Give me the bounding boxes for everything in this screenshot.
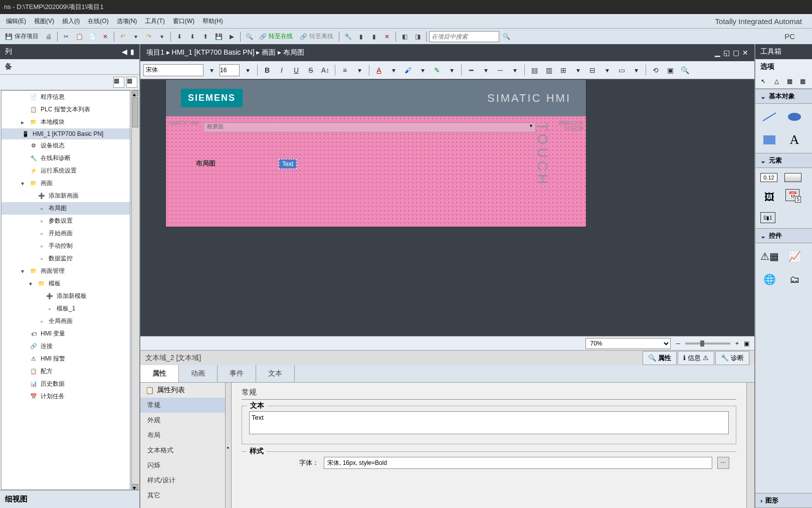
trend-view-tool[interactable]: 📈 (785, 248, 803, 264)
menu-online[interactable]: 在线(O) (84, 15, 112, 28)
text-field-object[interactable]: Text (279, 159, 297, 169)
text-input[interactable]: Text (249, 411, 729, 434)
tree-item[interactable]: ▫数据监控 (2, 252, 130, 265)
cat-style[interactable]: 样式/设计 (140, 473, 225, 488)
screen-dropdown[interactable]: 根屏面▾ (204, 122, 536, 132)
tree-item[interactable]: ▫模板_1 (2, 302, 130, 315)
tree-item[interactable]: ⚙设备组态 (2, 139, 130, 152)
rect-tool[interactable] (760, 132, 778, 148)
tree-item[interactable]: 📋PLC 报警文本列表 (2, 103, 130, 116)
props-tab-properties[interactable]: 🔍 属性 (643, 351, 677, 365)
menu-view[interactable]: 视图(V) (30, 15, 58, 28)
tree-item[interactable]: 🔧在线和诊断 (2, 152, 130, 164)
split-v-icon[interactable]: ◨ (412, 31, 424, 43)
recipe-view-tool[interactable]: 🗂 (785, 271, 803, 287)
props-tab-info[interactable]: ℹ 信息 ⚠ (678, 351, 714, 365)
bold-icon[interactable]: B (261, 64, 274, 77)
tree-item[interactable]: 📱HMI_1 [KTP700 Basic PN] (2, 128, 130, 139)
menu-help[interactable]: 帮助(H) (198, 15, 227, 28)
go-offline-button[interactable]: 🔗 转至离线 (297, 31, 336, 43)
cat-flash[interactable]: 闪烁 (140, 458, 225, 473)
copy-icon[interactable]: 📋 (73, 31, 85, 43)
tree-item[interactable]: ➕添加新画面 (2, 190, 130, 202)
fillcolor-drop-icon[interactable]: ▾ (416, 64, 429, 77)
zoom-icon[interactable]: 🔍 (678, 64, 691, 77)
tree-item[interactable]: ▸📁本地模块 (2, 116, 130, 128)
canvas-area[interactable]: SIEMENS SIMATIC HMI SIMATIC HMI 根屏面▾ 200… (140, 79, 754, 336)
linecolor-icon[interactable]: ✎ (431, 64, 444, 77)
alarm-view-tool[interactable]: ⚠▦ (760, 248, 778, 264)
tree-item[interactable]: 📊历史数据 (2, 378, 130, 390)
subtab-properties[interactable]: 属性 (140, 365, 179, 382)
fontcolor-icon[interactable]: A (372, 64, 385, 77)
print-icon[interactable]: 🖨 (43, 31, 55, 43)
distribute-drop-icon[interactable]: ▾ (600, 64, 614, 77)
redo-drop-icon[interactable]: ▾ (156, 31, 168, 43)
layer-front-icon[interactable]: ▤ (528, 64, 541, 77)
strike-icon[interactable]: S (304, 64, 317, 77)
subtab-text[interactable]: 文本 (256, 365, 295, 382)
iofield-tool[interactable]: 0.12 (760, 173, 777, 182)
tree-item[interactable]: 🏷HMI 变量 (2, 327, 130, 340)
cut-icon[interactable]: ✂ (60, 31, 72, 43)
compile-icon[interactable]: ⬇ (173, 31, 185, 43)
html-browser-tool[interactable]: 🌐 (760, 271, 778, 287)
menu-edit[interactable]: 编辑(E) (2, 15, 30, 28)
tb-icon1[interactable]: 🔧 (342, 31, 354, 43)
italic-icon[interactable]: I (275, 64, 288, 77)
undo-drop-icon[interactable]: ▾ (130, 31, 142, 43)
tree-item[interactable]: 📅计划任务 (2, 390, 130, 403)
zoom-out-icon[interactable]: ─ (676, 340, 680, 347)
tree-item[interactable]: ➕添加新模板 (2, 290, 130, 302)
search-go-icon[interactable]: 🔍 (500, 31, 512, 43)
go-online-button[interactable]: 🔗 转至在线 (256, 31, 296, 43)
linewidth-drop-icon[interactable]: ▾ (479, 64, 492, 77)
menu-options[interactable]: 选项(N) (113, 15, 141, 28)
tree-item[interactable]: ▾📁画面管理 (2, 265, 130, 277)
menu-window[interactable]: 窗口(W) (169, 15, 198, 28)
align-obj-drop-icon[interactable]: ▾ (571, 64, 584, 77)
tb-icon4[interactable]: ✕ (381, 31, 393, 43)
tb-icon2[interactable]: ▮ (355, 31, 367, 43)
cat-general[interactable]: 常规 (140, 398, 225, 413)
cat-layout[interactable]: 布局 (140, 428, 225, 443)
font-browse-button[interactable]: … (717, 457, 729, 469)
tool2-icon[interactable]: △ (771, 76, 781, 86)
datetime-tool[interactable]: 📅5 (785, 189, 799, 201)
upload-icon[interactable]: ⬆ (199, 31, 212, 43)
tree-item[interactable]: ▾📁模板 (2, 277, 130, 290)
start-icon[interactable]: ▶ (226, 31, 238, 43)
align-left-icon[interactable]: ≡ (338, 64, 351, 77)
section-elements[interactable]: ⌄元素 (755, 153, 812, 168)
sim-icon[interactable]: 💾 (213, 31, 225, 43)
graphic-iofield-tool[interactable]: 🖼 (760, 189, 778, 205)
tool3-icon[interactable]: ▦ (784, 76, 794, 86)
tree-scrollbar[interactable]: ▴ ▾ (131, 90, 139, 490)
tree-tool2-icon[interactable]: ▦ (126, 77, 137, 88)
split-h-icon[interactable]: ◧ (398, 31, 411, 43)
fit-icon[interactable]: ▣ (744, 340, 749, 347)
project-search-input[interactable] (429, 31, 499, 42)
menu-insert[interactable]: 插入(I) (58, 15, 84, 28)
button-tool[interactable] (784, 173, 801, 182)
font-value-input[interactable] (324, 457, 712, 469)
project-tree[interactable]: 📄程序信息📋PLC 报警文本列表▸📁本地模块📱HMI_1 [KTP700 Bas… (1, 90, 130, 490)
pointer-icon[interactable]: ↖ (758, 76, 768, 86)
tree-item[interactable]: 📄程序信息 (2, 91, 130, 103)
download-icon[interactable]: ⬇ (186, 31, 198, 43)
underline-icon[interactable]: U (290, 64, 303, 77)
tree-item[interactable]: 🔗连接 (2, 340, 130, 353)
section-controls[interactable]: ⌄控件 (755, 228, 812, 243)
win-min-icon[interactable]: ▁ (715, 49, 720, 57)
cat-textformat[interactable]: 文本格式 (140, 443, 225, 458)
tree-item[interactable]: ▾📁画面 (2, 177, 130, 190)
size-drop-icon[interactable]: ▾ (241, 64, 254, 77)
align-obj-icon[interactable]: ⊞ (557, 64, 570, 77)
fontcolor-drop-icon[interactable]: ▾ (387, 64, 400, 77)
group-icon[interactable]: ▣ (664, 64, 677, 77)
tree-item[interactable]: ⚠HMI 报警 (2, 353, 130, 365)
save-project-button[interactable]: 💾 保存项目 (2, 31, 42, 43)
undo-icon[interactable]: ↶ (117, 31, 129, 43)
tool4-icon[interactable]: ▦ (797, 76, 807, 86)
cat-misc[interactable]: 其它 (140, 488, 225, 503)
